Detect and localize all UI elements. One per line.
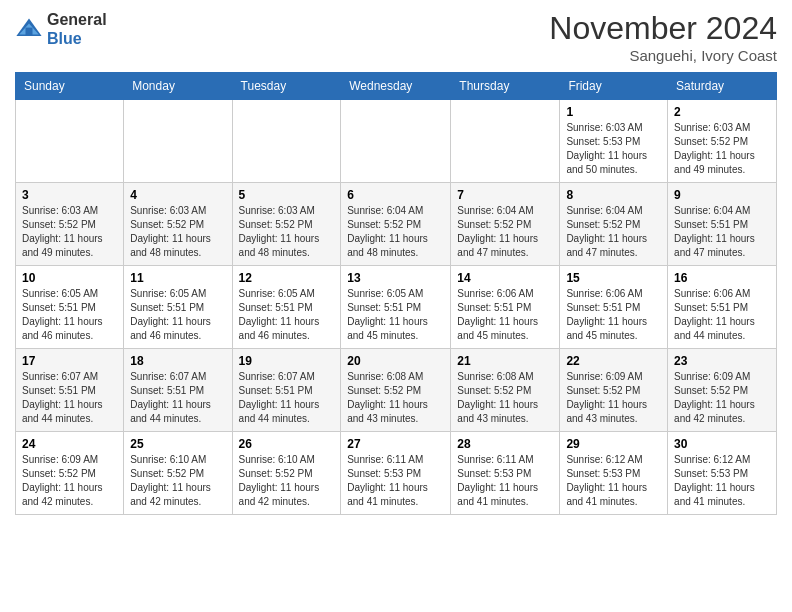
day-of-week-header: Sunday — [16, 73, 124, 100]
header-right: November 2024 Sanguehi, Ivory Coast — [549, 10, 777, 64]
day-info: Sunrise: 6:07 AM Sunset: 5:51 PM Dayligh… — [239, 370, 335, 426]
calendar-cell — [341, 100, 451, 183]
calendar-cell: 17Sunrise: 6:07 AM Sunset: 5:51 PM Dayli… — [16, 349, 124, 432]
day-number: 12 — [239, 271, 335, 285]
day-number: 22 — [566, 354, 661, 368]
day-info: Sunrise: 6:10 AM Sunset: 5:52 PM Dayligh… — [130, 453, 225, 509]
day-info: Sunrise: 6:10 AM Sunset: 5:52 PM Dayligh… — [239, 453, 335, 509]
month-title: November 2024 — [549, 10, 777, 47]
calendar-cell: 9Sunrise: 6:04 AM Sunset: 5:51 PM Daylig… — [668, 183, 777, 266]
calendar-cell: 28Sunrise: 6:11 AM Sunset: 5:53 PM Dayli… — [451, 432, 560, 515]
day-number: 11 — [130, 271, 225, 285]
day-info: Sunrise: 6:04 AM Sunset: 5:51 PM Dayligh… — [674, 204, 770, 260]
day-number: 18 — [130, 354, 225, 368]
day-info: Sunrise: 6:03 AM Sunset: 5:53 PM Dayligh… — [566, 121, 661, 177]
day-info: Sunrise: 6:08 AM Sunset: 5:52 PM Dayligh… — [457, 370, 553, 426]
day-number: 27 — [347, 437, 444, 451]
day-info: Sunrise: 6:06 AM Sunset: 5:51 PM Dayligh… — [566, 287, 661, 343]
calendar-cell: 5Sunrise: 6:03 AM Sunset: 5:52 PM Daylig… — [232, 183, 341, 266]
header-row: SundayMondayTuesdayWednesdayThursdayFrid… — [16, 73, 777, 100]
day-number: 6 — [347, 188, 444, 202]
day-number: 17 — [22, 354, 117, 368]
calendar-cell — [16, 100, 124, 183]
day-number: 23 — [674, 354, 770, 368]
calendar-cell — [124, 100, 232, 183]
day-number: 7 — [457, 188, 553, 202]
calendar-cell: 13Sunrise: 6:05 AM Sunset: 5:51 PM Dayli… — [341, 266, 451, 349]
day-number: 3 — [22, 188, 117, 202]
day-number: 5 — [239, 188, 335, 202]
logo-text: General Blue — [47, 10, 107, 48]
day-number: 30 — [674, 437, 770, 451]
day-info: Sunrise: 6:07 AM Sunset: 5:51 PM Dayligh… — [22, 370, 117, 426]
calendar-cell: 7Sunrise: 6:04 AM Sunset: 5:52 PM Daylig… — [451, 183, 560, 266]
calendar-table: SundayMondayTuesdayWednesdayThursdayFrid… — [15, 72, 777, 515]
day-number: 21 — [457, 354, 553, 368]
calendar-header: SundayMondayTuesdayWednesdayThursdayFrid… — [16, 73, 777, 100]
day-number: 16 — [674, 271, 770, 285]
location: Sanguehi, Ivory Coast — [549, 47, 777, 64]
day-number: 28 — [457, 437, 553, 451]
day-number: 13 — [347, 271, 444, 285]
day-number: 1 — [566, 105, 661, 119]
calendar-cell: 8Sunrise: 6:04 AM Sunset: 5:52 PM Daylig… — [560, 183, 668, 266]
calendar-cell: 20Sunrise: 6:08 AM Sunset: 5:52 PM Dayli… — [341, 349, 451, 432]
svg-rect-2 — [26, 28, 33, 36]
calendar-week-row: 10Sunrise: 6:05 AM Sunset: 5:51 PM Dayli… — [16, 266, 777, 349]
logo: General Blue — [15, 10, 107, 48]
calendar-cell: 16Sunrise: 6:06 AM Sunset: 5:51 PM Dayli… — [668, 266, 777, 349]
day-info: Sunrise: 6:04 AM Sunset: 5:52 PM Dayligh… — [347, 204, 444, 260]
day-info: Sunrise: 6:03 AM Sunset: 5:52 PM Dayligh… — [130, 204, 225, 260]
day-number: 2 — [674, 105, 770, 119]
day-info: Sunrise: 6:05 AM Sunset: 5:51 PM Dayligh… — [347, 287, 444, 343]
calendar-cell: 19Sunrise: 6:07 AM Sunset: 5:51 PM Dayli… — [232, 349, 341, 432]
calendar-cell: 27Sunrise: 6:11 AM Sunset: 5:53 PM Dayli… — [341, 432, 451, 515]
calendar-week-row: 24Sunrise: 6:09 AM Sunset: 5:52 PM Dayli… — [16, 432, 777, 515]
calendar-cell: 3Sunrise: 6:03 AM Sunset: 5:52 PM Daylig… — [16, 183, 124, 266]
logo-icon — [15, 15, 43, 43]
calendar-cell: 21Sunrise: 6:08 AM Sunset: 5:52 PM Dayli… — [451, 349, 560, 432]
calendar-cell: 1Sunrise: 6:03 AM Sunset: 5:53 PM Daylig… — [560, 100, 668, 183]
day-info: Sunrise: 6:06 AM Sunset: 5:51 PM Dayligh… — [674, 287, 770, 343]
day-info: Sunrise: 6:09 AM Sunset: 5:52 PM Dayligh… — [674, 370, 770, 426]
day-info: Sunrise: 6:11 AM Sunset: 5:53 PM Dayligh… — [457, 453, 553, 509]
calendar-cell: 30Sunrise: 6:12 AM Sunset: 5:53 PM Dayli… — [668, 432, 777, 515]
day-info: Sunrise: 6:04 AM Sunset: 5:52 PM Dayligh… — [457, 204, 553, 260]
day-of-week-header: Thursday — [451, 73, 560, 100]
calendar-cell: 23Sunrise: 6:09 AM Sunset: 5:52 PM Dayli… — [668, 349, 777, 432]
day-number: 26 — [239, 437, 335, 451]
day-number: 14 — [457, 271, 553, 285]
calendar-cell: 2Sunrise: 6:03 AM Sunset: 5:52 PM Daylig… — [668, 100, 777, 183]
day-info: Sunrise: 6:03 AM Sunset: 5:52 PM Dayligh… — [22, 204, 117, 260]
day-of-week-header: Tuesday — [232, 73, 341, 100]
day-info: Sunrise: 6:12 AM Sunset: 5:53 PM Dayligh… — [566, 453, 661, 509]
day-number: 29 — [566, 437, 661, 451]
day-number: 24 — [22, 437, 117, 451]
day-info: Sunrise: 6:08 AM Sunset: 5:52 PM Dayligh… — [347, 370, 444, 426]
day-of-week-header: Friday — [560, 73, 668, 100]
day-of-week-header: Saturday — [668, 73, 777, 100]
calendar-cell: 18Sunrise: 6:07 AM Sunset: 5:51 PM Dayli… — [124, 349, 232, 432]
day-number: 20 — [347, 354, 444, 368]
day-info: Sunrise: 6:05 AM Sunset: 5:51 PM Dayligh… — [22, 287, 117, 343]
day-info: Sunrise: 6:12 AM Sunset: 5:53 PM Dayligh… — [674, 453, 770, 509]
calendar-cell: 26Sunrise: 6:10 AM Sunset: 5:52 PM Dayli… — [232, 432, 341, 515]
calendar-cell — [232, 100, 341, 183]
day-number: 19 — [239, 354, 335, 368]
day-info: Sunrise: 6:04 AM Sunset: 5:52 PM Dayligh… — [566, 204, 661, 260]
calendar-cell: 15Sunrise: 6:06 AM Sunset: 5:51 PM Dayli… — [560, 266, 668, 349]
day-number: 10 — [22, 271, 117, 285]
calendar-week-row: 17Sunrise: 6:07 AM Sunset: 5:51 PM Dayli… — [16, 349, 777, 432]
calendar-page: General Blue November 2024 Sanguehi, Ivo… — [0, 0, 792, 530]
day-of-week-header: Wednesday — [341, 73, 451, 100]
header: General Blue November 2024 Sanguehi, Ivo… — [15, 10, 777, 64]
day-number: 15 — [566, 271, 661, 285]
calendar-cell: 22Sunrise: 6:09 AM Sunset: 5:52 PM Dayli… — [560, 349, 668, 432]
calendar-cell: 25Sunrise: 6:10 AM Sunset: 5:52 PM Dayli… — [124, 432, 232, 515]
day-info: Sunrise: 6:06 AM Sunset: 5:51 PM Dayligh… — [457, 287, 553, 343]
day-number: 25 — [130, 437, 225, 451]
calendar-cell: 4Sunrise: 6:03 AM Sunset: 5:52 PM Daylig… — [124, 183, 232, 266]
day-of-week-header: Monday — [124, 73, 232, 100]
day-info: Sunrise: 6:05 AM Sunset: 5:51 PM Dayligh… — [130, 287, 225, 343]
calendar-cell: 6Sunrise: 6:04 AM Sunset: 5:52 PM Daylig… — [341, 183, 451, 266]
